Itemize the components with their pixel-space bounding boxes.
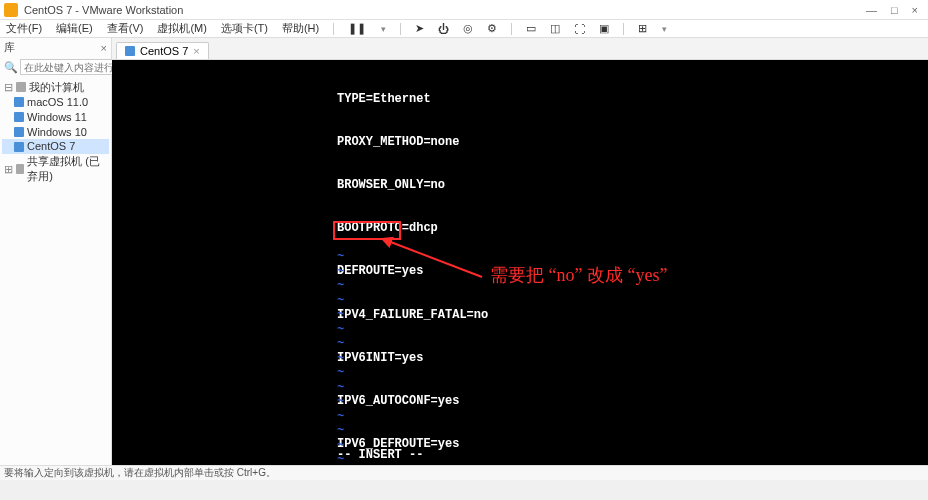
sidebar: 库 × 🔍 ⊟ 我的计算机 macOS 11.0 Windows 11 [0,38,112,465]
fit-icon[interactable]: ▭ [526,22,536,35]
tree-item-win11[interactable]: Windows 11 [2,110,109,125]
computer-icon [16,82,26,92]
config-line: BROWSER_ONLY=no [337,178,632,192]
unity-icon[interactable]: ◫ [550,22,560,35]
menu-vm[interactable]: 虚拟机(M) [157,21,207,36]
separator [400,23,401,35]
app-icon [4,3,18,17]
config-line: PROXY_METHOD=none [337,135,632,149]
tab-label: CentOS 7 [140,45,188,57]
status-text: 要将输入定向到该虚拟机，请在虚拟机内部单击或按 Ctrl+G。 [4,466,276,480]
main-area: CentOS 7 × TYPE=Ethernet PROXY_METHOD=no… [112,38,928,465]
tree-label: Windows 10 [27,125,87,140]
shared-icon [16,164,24,174]
send-icon[interactable]: ➤ [415,22,424,35]
window-title: CentOS 7 - VMware Workstation [24,4,866,16]
status-bar: 要将输入定向到该虚拟机，请在虚拟机内部单击或按 Ctrl+G。 [0,465,928,480]
sidebar-title: 库 [4,40,15,55]
menu-view[interactable]: 查看(V) [107,21,144,36]
vm-tree: ⊟ 我的计算机 macOS 11.0 Windows 11 Windows 10… [0,77,111,187]
vm-icon [125,46,135,56]
vi-tildes: ~~~~~~~~~~~~~~~~ [337,250,344,465]
config-line: IPV4_FAILURE_FATAL=no [337,308,632,322]
tree-root-shared[interactable]: ⊞ 共享虚拟机 (已弃用) [2,154,109,184]
vm-icon [14,127,24,137]
power-icon[interactable]: ⏻ [438,23,449,35]
menu-tabs[interactable]: 选项卡(T) [221,21,268,36]
separator [333,23,334,35]
menu-help[interactable]: 帮助(H) [282,21,319,36]
tab-close-icon[interactable]: × [193,45,199,57]
minimize-button[interactable]: — [866,4,877,16]
sidebar-header: 库 × [0,38,111,57]
close-button[interactable]: × [912,4,918,16]
vm-icon [14,97,24,107]
separator [511,23,512,35]
dropdown-icon[interactable]: ▾ [662,24,667,34]
tree-label: Windows 11 [27,110,87,125]
vi-mode-indicator: -- INSERT -- [337,448,423,462]
svg-line-0 [388,241,482,277]
tabs-bar: CentOS 7 × [112,38,928,60]
tree-label: macOS 11.0 [27,95,88,110]
menu-file[interactable]: 文件(F) [6,21,42,36]
maximize-button[interactable]: □ [891,4,898,16]
body: 库 × 🔍 ⊟ 我的计算机 macOS 11.0 Windows 11 [0,38,928,465]
tree-item-centos[interactable]: CentOS 7 [2,139,109,154]
thumbnail-icon[interactable]: ▣ [599,22,609,35]
snapshot-icon[interactable]: ◎ [463,22,473,35]
dropdown-icon[interactable]: ▾ [381,24,386,34]
library-icon[interactable]: ⊞ [638,22,647,35]
terminal[interactable]: TYPE=Ethernet PROXY_METHOD=none BROWSER_… [112,60,928,465]
title-bar: CentOS 7 - VMware Workstation — □ × [0,0,928,20]
window-controls: — □ × [866,4,924,16]
pause-icon[interactable]: ❚❚ [348,22,366,35]
search-wrap: 🔍 [0,57,111,77]
annotation-text: 需要把 “no” 改成 “yes” [490,263,667,287]
annotation-arrow [382,235,492,285]
tree-label: 共享虚拟机 (已弃用) [27,154,109,184]
tree-item-macos[interactable]: macOS 11.0 [2,95,109,110]
fullscreen-icon[interactable]: ⛶ [574,23,585,35]
separator [623,23,624,35]
sidebar-close-icon[interactable]: × [101,42,107,54]
config-line: TYPE=Ethernet [337,92,632,106]
settings-icon[interactable]: ⚙ [487,22,497,35]
expand-icon[interactable]: ⊞ [4,162,13,177]
vm-icon [14,142,24,152]
vm-icon [14,112,24,122]
config-line: IPV6INIT=yes [337,351,632,365]
tab-centos[interactable]: CentOS 7 × [116,42,209,59]
tree-label: 我的计算机 [29,80,84,95]
tree-root-mycomputer[interactable]: ⊟ 我的计算机 [2,80,109,95]
tree-label: CentOS 7 [27,139,75,154]
config-line: IPV6_AUTOCONF=yes [337,394,632,408]
search-icon[interactable]: 🔍 [4,61,18,74]
tree-item-win10[interactable]: Windows 10 [2,125,109,140]
menu-bar: 文件(F) 编辑(E) 查看(V) 虚拟机(M) 选项卡(T) 帮助(H) ❚❚… [0,20,928,38]
menu-edit[interactable]: 编辑(E) [56,21,93,36]
collapse-icon[interactable]: ⊟ [4,80,13,95]
